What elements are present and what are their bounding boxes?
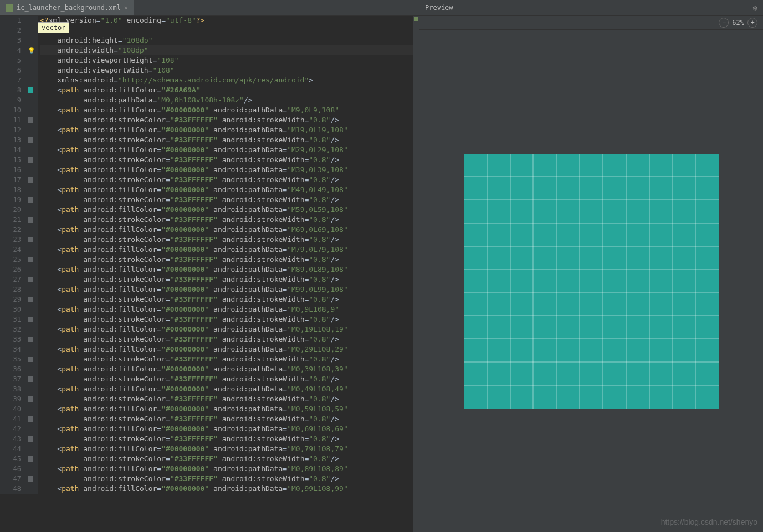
gutter-markers: 💡	[28, 16, 38, 494]
gear-icon[interactable]: ✻	[753, 3, 757, 12]
file-tab-label: ic_launcher_background.xml	[17, 4, 121, 12]
code-area[interactable]: vector 123456789101112131415161718192021…	[0, 16, 419, 532]
vector-drawable-preview	[464, 154, 719, 409]
file-tab[interactable]: ic_launcher_background.xml ×	[0, 0, 134, 15]
breadcrumb-tooltip: vector	[38, 22, 69, 33]
preview-canvas[interactable]: https://blog.csdn.net/shenyo	[419, 30, 763, 532]
close-icon[interactable]: ×	[124, 4, 128, 12]
xml-file-icon	[6, 4, 13, 12]
scrollbar-marker-icon	[414, 17, 418, 21]
watermark: https://blog.csdn.net/shenyo	[661, 518, 757, 526]
preview-title: Preview	[425, 4, 453, 12]
zoom-toolbar: − 62% +	[419, 16, 763, 30]
scrollbar[interactable]	[413, 16, 419, 532]
preview-header: Preview ✻	[419, 0, 763, 16]
tab-bar: ic_launcher_background.xml ×	[0, 0, 419, 16]
code-lines[interactable]: <?xml version="1.0" encoding="utf-8"?><v…	[38, 16, 419, 494]
zoom-out-button[interactable]: −	[719, 18, 729, 28]
editor-panel: ic_launcher_background.xml × vector 1234…	[0, 0, 419, 532]
zoom-in-button[interactable]: +	[747, 18, 757, 28]
line-number-gutter[interactable]: 1234567891011121314151617181920212223242…	[0, 16, 28, 494]
zoom-level: 62%	[732, 19, 744, 27]
preview-panel: Preview ✻ − 62% + https://blog.csdn.net/…	[419, 0, 763, 532]
